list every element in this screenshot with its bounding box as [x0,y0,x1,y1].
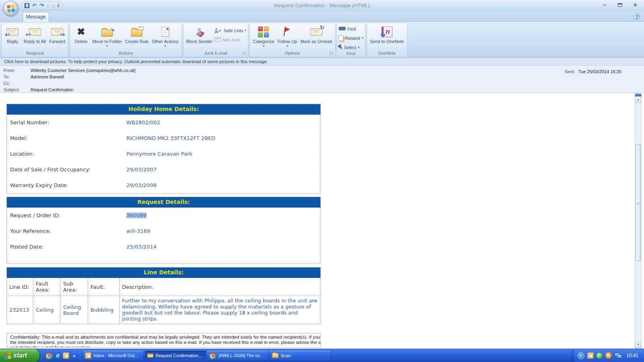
taskbar-clock[interactable]: 10:41 [626,353,638,358]
delete-icon: ✖ [77,27,85,37]
office-button[interactable] [3,1,19,16]
follow-up-button[interactable]: Follow Up▾ [277,24,299,49]
holiday-home-details-table: Holiday Home Details: Serial Number:WB28… [6,104,321,193]
section-title-request: Request Details: [7,197,320,208]
categorize-button[interactable]: Categorize▾ [252,24,275,49]
quick-launch-overflow-icon[interactable]: » [72,353,75,359]
related-button[interactable]: Related ▾ [339,34,363,42]
title-bar: Request Confirmation - Message (HTML) – … [0,0,644,11]
task-button-will-3169[interactable]: [#WILL-3169] The ce... [207,351,268,361]
ribbon: ↩ Reply ↩ Reply to All ↪ Forward Respond… [0,22,644,58]
select-button[interactable]: Select ▾ [339,43,363,51]
forward-icon: ↪ [51,28,63,36]
safe-lists-button[interactable]: ✓ Safe Lists ▾ [215,27,246,34]
outlook-icon[interactable] [63,352,69,359]
next-item-icon[interactable]: ↓ [52,3,55,8]
other-actions-button[interactable]: Other Actions▾ [151,24,180,49]
safe-lists-icon [215,28,218,33]
chrome-icon[interactable] [46,352,53,359]
scroll-down-button[interactable]: ▼ [635,341,641,348]
line-details-data-row: 232013 Ceiling Ceiling Board Bubbling Fu… [7,296,320,324]
network-tray-icon[interactable] [615,353,622,358]
confidentiality-notice: Confidentiality: This e-mail and its att… [6,333,321,348]
message-body: Holiday Home Details: Serial Number:WB28… [0,93,644,349]
group-label-respond: Respond [2,51,68,57]
window-title: Request Confirmation - Message (HTML) [0,0,644,11]
outlook-icon [85,352,91,359]
group-label-find: Find [337,51,365,57]
scrollbar-thumb[interactable] [636,144,641,261]
restore-button[interactable] [615,2,625,8]
line-details-table: Line Details: Line ID: Fault Area: Sub A… [6,267,321,324]
related-icon [339,35,343,41]
close-button[interactable]: × [630,2,640,8]
section-title-line: Line Details: [7,267,320,278]
scroll-up-button[interactable]: ▲ [635,97,641,103]
dialog-launcher-icon[interactable]: ↘ [330,52,334,56]
taskbar-separator [79,350,81,361]
from-value: Willerby Customer Services [csenquiries@… [31,68,136,73]
reply-all-icon: ↩ [29,28,41,36]
group-onenote: n↪ Send to OneNote OneNote [367,23,407,57]
not-junk-icon [215,37,221,42]
move-to-folder-icon: ↘ [101,30,113,37]
group-label-actions: Actions [70,51,181,57]
not-junk-button[interactable]: Not Junk [215,36,246,43]
group-respond: ↩ Reply ↩ Reply to All ↪ Forward Respond [1,23,68,57]
hide-icons-chevron[interactable]: ‹ [578,352,584,359]
download-pictures-infobar[interactable]: Click here to download pictures. To help… [0,58,644,66]
dialog-launcher-icon[interactable]: ↘ [243,52,247,56]
detail-row: Request / Order ID:360089 [7,208,320,223]
vertical-scrollbar[interactable]: ▲ ▼ [635,93,642,348]
group-label-options: Options ↘ [250,51,334,57]
reply-icon: ↩ [6,28,19,36]
detail-row: Date of Sale / First Occupancy:29/03/200… [7,162,320,177]
system-tray: ‹ a 10:41 [574,349,644,362]
taskbar: start e » Inbox - Microsoft Out... Reque… [0,349,644,362]
move-to-folder-button[interactable]: ↘ Move to Folder▾ [91,24,123,49]
outlook-tray-icon[interactable] [587,352,594,359]
green-status-tray-icon[interactable] [597,353,603,359]
mark-as-unread-icon: ↻ [310,28,322,36]
dropdown-arrow-icon: ▾ [164,44,166,49]
other-actions-icon [161,27,169,37]
task-button-scan[interactable]: Scan [270,351,331,361]
start-button[interactable]: start [0,349,39,362]
antivirus-tray-icon[interactable]: a [605,352,612,359]
create-rule-button[interactable]: Create Rule [124,24,150,44]
block-sender-button[interactable]: Block Sender [185,24,214,44]
from-label: From: [0,68,31,73]
delete-button[interactable]: ✖ Delete [72,24,90,44]
folder-icon [272,353,279,358]
help-button[interactable]: ? [633,13,640,20]
office-logo-icon [7,4,15,12]
start-label: start [13,352,27,359]
redo-icon[interactable]: ↷ [39,3,44,8]
message-header-pane: From:Willerby Customer Services [csenqui… [0,66,644,93]
customize-qat-icon[interactable]: ▾ [58,4,60,8]
outlook-message-window: Request Confirmation - Message (HTML) – … [0,0,644,349]
find-button[interactable]: Find [339,25,363,33]
undo-icon[interactable]: ↶ [32,3,37,8]
split-handle[interactable] [635,94,641,97]
cc-label: Cc: [0,81,31,86]
task-button-request-confirmation[interactable]: Request Confirmation... [145,351,206,361]
tab-message[interactable]: Message [23,12,49,22]
task-button-inbox[interactable]: Inbox - Microsoft Out... [83,351,144,361]
onenote-icon: n↪ [382,27,392,37]
reply-to-all-button[interactable]: ↩ Reply to All [23,24,47,44]
send-to-onenote-button[interactable]: n↪ Send to OneNote [369,24,405,44]
group-actions: ✖ Delete ↘ Move to Folder▾ Create Rule O… [70,23,182,57]
save-icon[interactable] [25,3,29,8]
dropdown-arrow-icon: ▾ [263,44,264,49]
previous-item-icon[interactable]: ↑ [47,3,50,8]
categorize-icon [258,27,269,37]
forward-button[interactable]: ↪ Forward [48,24,66,44]
sent-value: Tue 25/03/2014 16:20 [578,69,621,74]
minimize-button[interactable]: – [600,2,609,8]
to-value: Adrienne Barwell [31,74,64,79]
reply-button[interactable]: ↩ Reply [3,24,22,44]
mark-as-unread-button[interactable]: ↻ Mark as Unread [299,24,333,44]
internet-explorer-icon[interactable]: e [56,352,60,360]
quick-launch-bar: e » [43,352,78,360]
